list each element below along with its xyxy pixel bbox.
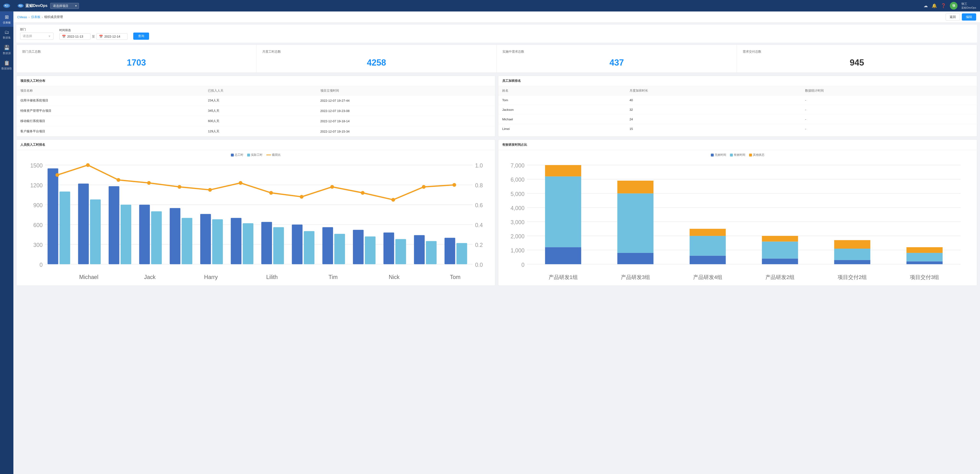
project-time: 2022-12-07 19-18-14 [317,116,495,126]
overtime-name: Limei [498,124,626,134]
table-row: 特殊资产管理平台项目345人天2022-12-07 19-23-08 [16,106,495,116]
svg-rect-36 [231,218,242,264]
project-name: 移动银行系统项目 [16,116,204,126]
question-icon[interactable]: ❓ [941,3,946,8]
breadcrumb-dashboard[interactable]: 仪表板 [31,15,40,19]
svg-text:1200: 1200 [30,182,43,189]
overtime-stat-time: - [801,124,977,134]
user-name: 张三 [961,2,976,6]
worktime-svg: 0300600900120015000.00.20.40.60.81.0Mich… [20,159,491,283]
breadcrumb-sep2: › [42,15,43,19]
svg-rect-94 [617,193,654,253]
overtime-col-hours: 月度加班时长 [626,86,801,95]
sidebar-label-datacollect: 数据集 [3,36,11,40]
bell-icon[interactable]: 🔔 [932,3,937,8]
dept-filter-group: 部门 请选择 ▼ [20,27,54,40]
date-to-input[interactable]: 📅 2022-12-14 [96,33,127,40]
edit-button[interactable]: 编辑 [962,13,976,21]
project-name: 特殊资产管理平台项目 [16,106,204,116]
svg-rect-40 [292,224,303,264]
svg-point-55 [147,181,151,185]
project-days: 129人天 [204,126,317,137]
svg-text:Michael: Michael [79,274,98,280]
svg-point-53 [86,163,90,167]
overtime-name: Tom [498,95,626,105]
content-area: CMeas › 仪表板 › 组织成员管理 返回 编辑 部门 请选择 ▼ 时间筛选 [13,11,980,474]
app-title: 蓝鲸DevOps [25,3,48,8]
project-days: 345人天 [204,106,317,116]
svg-text:Jack: Jack [144,274,156,280]
user-org: 蓝鲸DevOps [961,6,976,10]
svg-text:Tim: Tim [328,274,337,280]
project-time: 2022-12-07 19-27-44 [317,95,495,106]
sidebar-item-dataextract[interactable]: 📋 数据抽取 [0,57,13,73]
project-table-panel: 项目投入工时分布 项目名称 已投入人天 项目立项时间 信用卡催收系统项目234人… [16,76,495,137]
sidebar-label-dataextract: 数据抽取 [2,67,12,70]
project-time: 2022-12-07 19-15-34 [317,126,495,137]
table-row: Jackson32- [498,105,977,115]
sidebar-item-datacollect[interactable]: 🗂 数据集 [0,27,13,42]
overtime-table: 姓名 月度加班时长 数据统计时间 Tom40-Jackson32-Michael… [498,86,977,134]
svg-rect-43 [334,234,345,264]
project-select[interactable]: 请选择项目 [50,3,79,9]
sidebar: ⊞ 仪表板 🗂 数据集 💾 数据源 📋 数据抽取 [0,0,13,474]
svg-rect-47 [395,239,406,264]
query-button[interactable]: 查询 [133,33,149,40]
svg-point-64 [422,185,426,189]
project-col-name: 项目名称 [16,86,204,95]
svg-text:Harry: Harry [204,274,218,280]
svg-text:7,000: 7,000 [511,162,525,169]
calendar-to-icon: 📅 [99,35,103,38]
svg-rect-89 [545,247,581,264]
table-row: Tom40- [498,95,977,105]
svg-point-62 [361,191,364,195]
svg-rect-90 [545,177,581,247]
project-select-wrap[interactable]: 请选择项目 [50,3,79,9]
svg-rect-28 [109,186,119,264]
project-col-time: 项目立项时间 [317,86,495,95]
datasource-icon: 💾 [4,45,10,51]
table-row: 移动银行系统项目600人天2022-12-07 19-18-14 [16,116,495,126]
devtime-chart-title: 有效研发时间占比 [498,140,977,150]
date-separator: 至 [92,35,95,39]
worktime-chart-container: 总工时 实际工时 载荷比 0300600900120015000.00.20.4… [16,150,495,285]
stats-row: 部门员工总数 1703 月度工时总数 4258 实施中需求总数 437 需求交付… [16,45,977,73]
svg-rect-24 [48,169,58,264]
back-button[interactable]: 返回 [945,13,960,21]
svg-text:600: 600 [33,222,43,228]
svg-text:1,000: 1,000 [511,247,525,254]
middle-row: 项目投入工时分布 项目名称 已投入人天 项目立项时间 信用卡催收系统项目234人… [16,76,977,137]
dashboard-icon: ⊞ [5,14,9,20]
overtime-hours: 40 [626,95,801,105]
avatar-initials: 张 [952,3,955,8]
navbar-right: ☁ 🔔 ❓ 张 张三 蓝鲸DevOps [924,2,976,10]
cloud-icon[interactable]: ☁ [924,3,928,8]
legend-total-label: 总工时 [235,153,243,157]
date-from-input[interactable]: 📅 2022-11-13 [59,33,91,40]
navbar-logo: 蓝鲸DevOps [17,3,48,8]
sidebar-item-datasource[interactable]: 💾 数据源 [0,42,13,57]
svg-text:项目交付2组: 项目交付2组 [838,274,867,280]
time-label: 时间筛选 [59,28,127,32]
svg-rect-107 [834,240,870,249]
user-info: 张三 蓝鲸DevOps [961,2,976,10]
stat-value-1: 4258 [262,58,491,68]
avatar[interactable]: 张 [950,2,958,10]
svg-text:0.4: 0.4 [475,222,483,228]
dept-select[interactable]: 请选择 ▼ [20,33,54,40]
svg-text:4,000: 4,000 [511,205,525,211]
legend-ratio-label: 载荷比 [272,153,281,157]
breadcrumb-cmeas[interactable]: CMeas [17,15,27,19]
svg-point-59 [269,191,273,195]
project-table: 项目名称 已投入人天 项目立项时间 信用卡催收系统项目234人天2022-12-… [16,86,495,137]
stat-card-workhours: 月度工时总数 4258 [256,45,497,73]
legend-actual-dot [247,154,250,156]
sidebar-item-dashboard[interactable]: ⊞ 仪表板 [0,11,13,27]
project-days: 600人天 [204,116,317,126]
overtime-col-time: 数据统计时间 [801,86,977,95]
svg-text:产品研发4组: 产品研发4组 [693,274,722,280]
svg-text:1500: 1500 [30,162,43,169]
dept-label: 部门 [20,27,54,32]
legend-ratio-dot [266,154,271,155]
svg-rect-39 [273,227,284,264]
